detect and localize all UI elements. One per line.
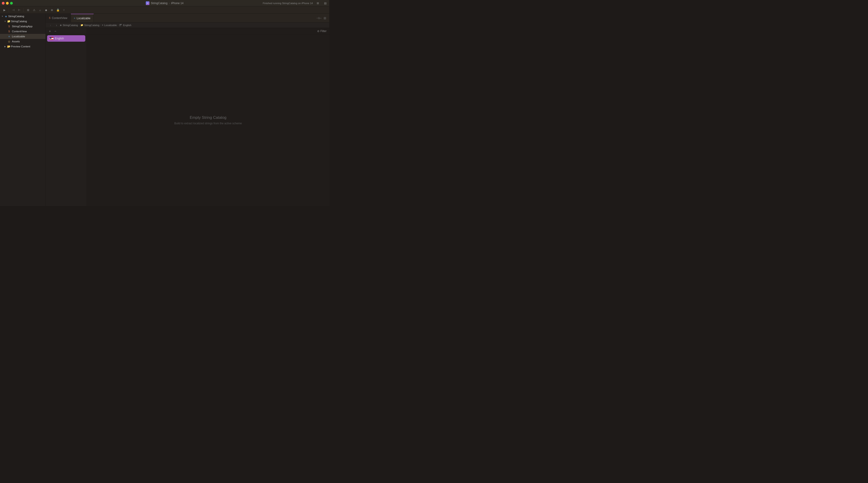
tab-contentview[interactable]: S ContentView	[46, 14, 71, 22]
project-chevron: ▾	[1, 15, 4, 18]
breadcrumb-label-4: English	[123, 24, 131, 27]
toolbar: ▶ ⊣ ⊢ ⊞ ⚠ ⌕ ◆ ⊗ 🔒 ⑂	[0, 6, 329, 14]
toolbar-left: ▶ ⊣ ⊢ ⊞ ⚠ ⌕ ◆ ⊗ 🔒 ⑂	[2, 7, 66, 12]
catalog-icon: ≡	[7, 34, 11, 38]
sidebar-group-stringcatalog[interactable]: ▾ 📁 StringCatalog	[0, 19, 45, 24]
app-icon: A	[146, 1, 150, 5]
back-button[interactable]: ‹	[48, 23, 53, 28]
sidebar-label-contentview: ContentView	[12, 30, 27, 33]
language-english-label: English	[55, 37, 64, 40]
title-bar-right: Finished running StringCatalog on iPhone…	[263, 1, 328, 5]
tab-right-buttons: ⊣⊢ ⊞	[316, 16, 329, 21]
inspector-toggle-button[interactable]: ▤	[323, 1, 328, 5]
assets-icon: ◎	[7, 39, 11, 43]
breadcrumb-icon-2: 📁	[81, 24, 83, 26]
tab-localizable-icon: ≡	[74, 17, 75, 20]
filter-icon: ⊘	[317, 30, 319, 33]
title-bar-center: A StringCatalog › iPhone 14	[146, 1, 184, 5]
remove-language-button[interactable]: −	[53, 29, 58, 33]
editor-tabs: S ContentView ≡ Localizable	[46, 14, 316, 22]
sidebar-label-assets: Assets	[12, 40, 20, 43]
split-right-button[interactable]: ⊞	[322, 16, 328, 21]
run-button[interactable]: ▶	[2, 7, 7, 12]
preview-chevron: ▶	[4, 45, 6, 48]
project-label: StringCatalog	[8, 15, 24, 18]
breadcrumb-sep-1: ›	[79, 24, 80, 26]
sidebar: ▾ ◈ StringCatalog ▾ 📁 StringCatalog S St…	[0, 14, 46, 206]
sidebar-item-stringcatalogapp[interactable]: S StringCatalogApp	[0, 24, 45, 29]
tab-bar: S ContentView ≡ Localizable ⊣⊢ ⊞	[46, 14, 329, 23]
breadcrumb-label-1: StringCatalog	[63, 24, 78, 27]
breadcrumb-icon-3: ≡	[102, 24, 103, 26]
layout-toggle-button[interactable]: ⊞	[315, 1, 320, 5]
run-target: iPhone 14	[171, 2, 183, 5]
breadcrumb-stringcatalog-2[interactable]: 📁 StringCatalog	[81, 24, 99, 27]
breadcrumb-label-2: StringCatalog	[84, 24, 99, 27]
group-folder-icon: 📁	[7, 20, 10, 23]
sidebar-item-assets[interactable]: ◎ Assets	[0, 39, 45, 44]
tab-localizable-label: Localizable	[76, 17, 90, 20]
sidebar-label-localizable: Localizable	[12, 35, 25, 38]
project-icon: ◈	[4, 15, 8, 18]
filter-label: Filter	[320, 30, 327, 33]
empty-state: Empty String Catalog Build to extract lo…	[87, 34, 329, 206]
breadcrumb-icon-1: ◈	[60, 24, 62, 26]
sidebar-right-button[interactable]: ⊢	[17, 7, 22, 12]
close-button[interactable]	[2, 2, 5, 5]
run-status: Finished running StringCatalog on iPhone…	[263, 2, 313, 5]
tab-localizable[interactable]: ≡ Localizable	[71, 14, 94, 22]
breakpoint-button[interactable]: ◆	[43, 7, 49, 12]
sidebar-item-contentview[interactable]: S ContentView	[0, 29, 45, 34]
grid-view-button[interactable]: ⊞	[26, 7, 31, 12]
filter-button[interactable]: ⊘ Filter	[317, 30, 327, 33]
sidebar-item-preview-content[interactable]: ▶ 📂 Preview Content	[0, 44, 45, 49]
content-pane: ⊘ Filter Empty String Catalog Build to e…	[87, 28, 329, 206]
content-pane-toolbar: ⊘ Filter	[87, 28, 329, 34]
sidebar-label-preview-content: Preview Content	[11, 45, 30, 48]
language-item-english[interactable]: English	[47, 35, 85, 42]
app-title: StringCatalog	[151, 2, 167, 5]
lock-button[interactable]: 🔒	[55, 7, 60, 12]
sidebar-project-root[interactable]: ▾ ◈ StringCatalog	[0, 14, 45, 19]
empty-state-subtitle: Build to extract localized strings from …	[174, 122, 242, 125]
empty-state-title: Empty String Catalog	[190, 115, 227, 120]
breadcrumb-sep-2: ›	[100, 24, 101, 26]
breadcrumb-localizable[interactable]: ≡ Localizable	[102, 24, 117, 27]
tab-contentview-label: ContentView	[52, 17, 67, 20]
breadcrumb-stringcatalog-1[interactable]: ◈ StringCatalog	[60, 24, 78, 27]
search-button[interactable]: ⌕	[37, 7, 42, 12]
editor-column: S ContentView ≡ Localizable ⊣⊢ ⊞ ‹ › ◈ S…	[46, 14, 329, 206]
toolbar-divider-2	[24, 8, 24, 12]
swift-file-icon: S	[7, 25, 11, 28]
sidebar-left-button[interactable]: ⊣	[11, 7, 16, 12]
warning-button[interactable]: ⚠	[32, 7, 37, 12]
swift-file-icon-2: S	[7, 30, 11, 33]
breadcrumb-sep-3: ›	[118, 24, 119, 26]
traffic-lights	[2, 2, 13, 5]
title-sep: ›	[169, 2, 170, 5]
sidebar-item-localizable[interactable]: ≡ Localizable	[0, 34, 45, 39]
breadcrumb-label-3: Localizable	[104, 24, 117, 27]
breadcrumb-bar: ‹ › ◈ StringCatalog › 📁 StringCatalog › …	[46, 23, 329, 28]
breadcrumb-english[interactable]: 🏴 English	[119, 24, 131, 27]
forward-button[interactable]: ›	[54, 23, 59, 28]
split-left-button[interactable]: ⊣⊢	[316, 16, 321, 21]
tab-contentview-icon: S	[49, 17, 51, 19]
add-language-button[interactable]: +	[48, 29, 52, 33]
editor-area: + − English ⊘ Filter Empty String Cat	[46, 28, 329, 206]
stamp-button[interactable]: ⊗	[50, 7, 55, 12]
sidebar-label-stringcatalogapp: StringCatalogApp	[12, 25, 32, 28]
group-chevron: ▾	[4, 20, 6, 23]
title-bar: A StringCatalog › iPhone 14 Finished run…	[0, 0, 329, 6]
minimize-button[interactable]	[6, 2, 9, 5]
preview-folder-icon: 📂	[7, 45, 10, 48]
language-pane: + − English	[46, 28, 87, 206]
maximize-button[interactable]	[10, 2, 13, 5]
lang-pane-toolbar: + −	[46, 28, 87, 34]
branch-button[interactable]: ⑂	[61, 7, 66, 12]
breadcrumb-icon-4: 🏴	[119, 24, 122, 26]
english-flag-icon	[50, 37, 54, 40]
group-label: StringCatalog	[11, 20, 27, 23]
